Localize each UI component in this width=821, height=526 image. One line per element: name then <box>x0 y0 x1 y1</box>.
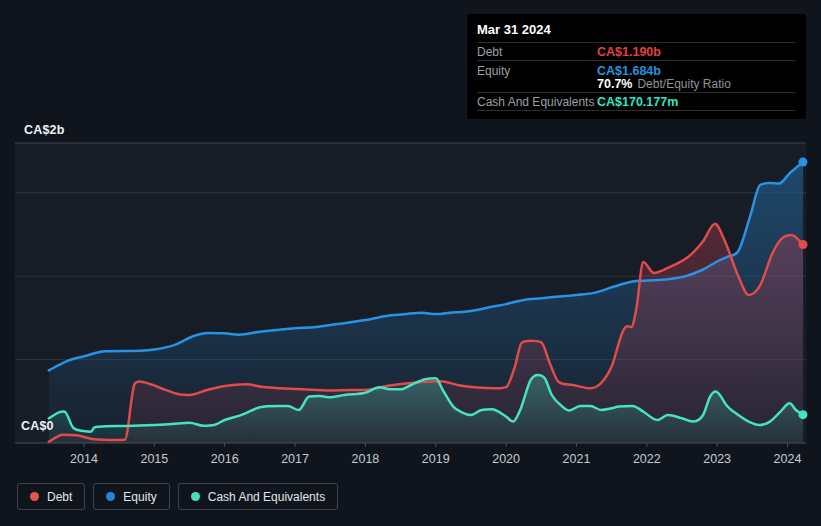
x-tick-label-2022: 2022 <box>617 452 677 466</box>
legend-item-cash[interactable]: Cash And Equivalents <box>178 483 338 510</box>
x-tick-label-2021: 2021 <box>546 452 606 466</box>
tooltip-cash-value: CA$170.177m <box>597 95 678 109</box>
legend-dot-equity <box>106 492 115 501</box>
tooltip-debt-label: Debt <box>477 45 597 59</box>
x-tick-label-2019: 2019 <box>406 452 466 466</box>
tooltip-row-ratio: 70.7% Debt/Equity Ratio <box>477 78 796 93</box>
x-tick-label-2017: 2017 <box>265 452 325 466</box>
tooltip-row-equity: Equity CA$1.684b <box>477 61 796 78</box>
tooltip-date: Mar 31 2024 <box>477 14 796 43</box>
x-tick-label-2024: 2024 <box>758 452 818 466</box>
tooltip-row-cash: Cash And Equivalents CA$170.177m <box>477 93 796 111</box>
tooltip-ratio-label: Debt/Equity Ratio <box>637 77 730 91</box>
tooltip-equity-value: CA$1.684b <box>597 64 661 78</box>
legend-dot-cash <box>191 492 200 501</box>
x-axis-tick-labels: 2014201520162017201820192020202120222023… <box>0 452 821 468</box>
y-axis-max-label: CA$2b <box>24 123 65 137</box>
x-tick-label-2016: 2016 <box>195 452 255 466</box>
tooltip-equity-label: Equity <box>477 64 597 78</box>
x-tick-label-2023: 2023 <box>687 452 747 466</box>
x-tick-label-2014: 2014 <box>54 452 114 466</box>
x-tick-label-2020: 2020 <box>476 452 536 466</box>
cash-marker-dot <box>798 410 807 419</box>
legend-label-cash: Cash And Equivalents <box>208 490 325 504</box>
x-tick-label-2015: 2015 <box>124 452 184 466</box>
legend-label-equity: Equity <box>123 490 156 504</box>
legend-item-equity[interactable]: Equity <box>93 483 169 510</box>
tooltip-cash-label: Cash And Equivalents <box>477 95 597 109</box>
y-axis-zero-label: CA$0 <box>21 419 54 433</box>
debt-marker-dot <box>798 240 807 249</box>
x-tick-label-2018: 2018 <box>335 452 395 466</box>
legend-dot-debt <box>30 492 39 501</box>
debt-equity-chart-panel: CA$2b CA$0 20142015201620172018201920202… <box>0 0 821 526</box>
legend-label-debt: Debt <box>47 490 72 504</box>
tooltip: Mar 31 2024 Debt CA$1.190b Equity CA$1.6… <box>467 14 806 119</box>
tooltip-ratio-value: 70.7% <box>597 77 632 91</box>
tooltip-debt-value: CA$1.190b <box>597 45 661 59</box>
tooltip-row-debt: Debt CA$1.190b <box>477 43 796 61</box>
legend-item-debt[interactable]: Debt <box>17 483 85 510</box>
chart-legend: DebtEquityCash And Equivalents <box>17 483 338 510</box>
equity-marker-dot <box>798 158 807 167</box>
